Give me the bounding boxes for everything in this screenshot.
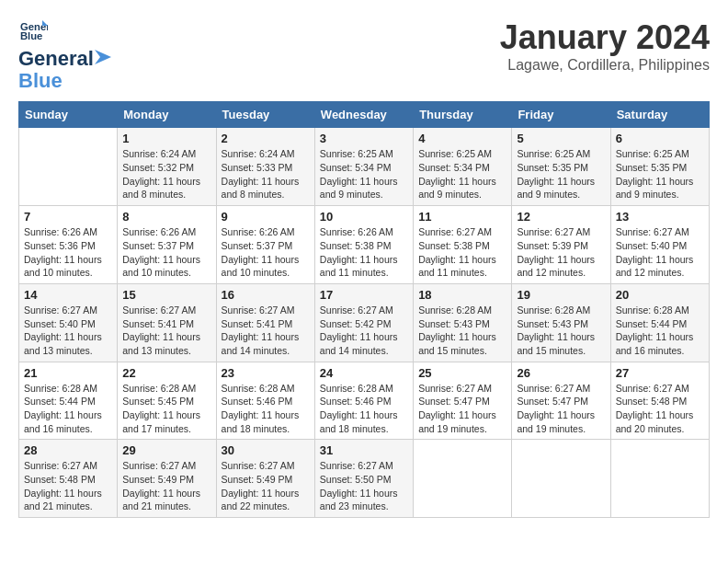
calendar-cell [610, 440, 709, 518]
daylight-text: Daylight: 11 hours and 22 minutes. [222, 487, 310, 513]
sunrise-text: Sunrise: 6:25 AM [418, 147, 506, 161]
calendar-cell: 20Sunrise: 6:28 AMSunset: 5:44 PMDayligh… [610, 283, 709, 362]
day-number: 27 [616, 366, 704, 380]
sunset-text: Sunset: 5:35 PM [517, 161, 605, 175]
day-info: Sunrise: 6:27 AMSunset: 5:47 PMDaylight:… [517, 382, 605, 436]
daylight-text: Daylight: 11 hours and 10 minutes. [222, 253, 310, 280]
sunrise-text: Sunrise: 6:27 AM [24, 459, 112, 473]
calendar-week-row: 1Sunrise: 6:24 AMSunset: 5:32 PMDaylight… [19, 128, 710, 206]
day-info: Sunrise: 6:28 AMSunset: 5:44 PMDaylight:… [24, 382, 112, 436]
sunset-text: Sunset: 5:41 PM [122, 317, 210, 331]
calendar-week-row: 28Sunrise: 6:27 AMSunset: 5:48 PMDayligh… [19, 440, 710, 518]
day-number: 23 [222, 366, 310, 380]
day-info: Sunrise: 6:25 AMSunset: 5:34 PMDaylight:… [418, 147, 506, 201]
calendar-cell: 25Sunrise: 6:27 AMSunset: 5:47 PMDayligh… [414, 362, 512, 440]
daylight-text: Daylight: 11 hours and 11 minutes. [418, 253, 506, 280]
svg-marker-3 [95, 50, 111, 64]
day-number: 29 [122, 443, 210, 457]
sunset-text: Sunset: 5:47 PM [418, 395, 506, 408]
day-number: 10 [320, 210, 408, 224]
sunset-text: Sunset: 5:33 PM [222, 161, 310, 175]
calendar-cell: 31Sunrise: 6:27 AMSunset: 5:50 PMDayligh… [314, 440, 413, 518]
sunset-text: Sunset: 5:43 PM [418, 317, 506, 331]
day-info: Sunrise: 6:28 AMSunset: 5:43 PMDaylight:… [517, 304, 605, 358]
calendar-week-row: 14Sunrise: 6:27 AMSunset: 5:40 PMDayligh… [19, 283, 710, 362]
day-number: 4 [418, 132, 506, 145]
sunrise-text: Sunrise: 6:28 AM [222, 382, 310, 396]
day-number: 24 [320, 366, 408, 380]
sunset-text: Sunset: 5:49 PM [222, 473, 310, 487]
day-info: Sunrise: 6:26 AMSunset: 5:36 PMDaylight:… [24, 225, 112, 280]
day-info: Sunrise: 6:27 AMSunset: 5:39 PMDaylight:… [517, 225, 605, 280]
sunset-text: Sunset: 5:36 PM [24, 239, 112, 253]
day-number: 8 [122, 210, 210, 224]
sunrise-text: Sunrise: 6:25 AM [616, 147, 704, 161]
daylight-text: Daylight: 11 hours and 9 minutes. [616, 175, 704, 201]
sunrise-text: Sunrise: 6:27 AM [418, 382, 506, 396]
sunset-text: Sunset: 5:46 PM [320, 395, 408, 408]
weekday-header-cell: Tuesday [216, 102, 314, 128]
calendar-cell: 4Sunrise: 6:25 AMSunset: 5:34 PMDaylight… [414, 128, 512, 206]
day-number: 14 [24, 288, 112, 302]
calendar-cell: 17Sunrise: 6:27 AMSunset: 5:42 PMDayligh… [314, 283, 413, 362]
day-info: Sunrise: 6:27 AMSunset: 5:49 PMDaylight:… [122, 459, 210, 513]
daylight-text: Daylight: 11 hours and 16 minutes. [24, 408, 112, 435]
day-info: Sunrise: 6:27 AMSunset: 5:48 PMDaylight:… [616, 382, 704, 436]
sunset-text: Sunset: 5:48 PM [616, 395, 704, 408]
logo-arrow-icon [95, 50, 111, 64]
day-info: Sunrise: 6:28 AMSunset: 5:46 PMDaylight:… [222, 382, 310, 436]
sunset-text: Sunset: 5:38 PM [418, 239, 506, 253]
weekday-header-cell: Monday [118, 102, 216, 128]
daylight-text: Daylight: 11 hours and 8 minutes. [222, 175, 310, 201]
weekday-header-cell: Thursday [414, 102, 512, 128]
sunset-text: Sunset: 5:34 PM [418, 161, 506, 175]
sunset-text: Sunset: 5:47 PM [517, 395, 605, 408]
daylight-text: Daylight: 11 hours and 21 minutes. [24, 487, 112, 513]
calendar-cell: 11Sunrise: 6:27 AMSunset: 5:38 PMDayligh… [414, 206, 512, 284]
day-number: 21 [24, 366, 112, 380]
day-number: 20 [616, 288, 704, 302]
weekday-header-cell: Wednesday [314, 102, 413, 128]
calendar-cell [414, 440, 512, 518]
weekday-header-cell: Saturday [610, 102, 709, 128]
calendar-cell: 21Sunrise: 6:28 AMSunset: 5:44 PMDayligh… [19, 362, 118, 440]
day-info: Sunrise: 6:27 AMSunset: 5:47 PMDaylight:… [418, 382, 506, 436]
sunset-text: Sunset: 5:37 PM [122, 239, 210, 253]
day-info: Sunrise: 6:26 AMSunset: 5:37 PMDaylight:… [122, 225, 210, 280]
calendar-cell: 6Sunrise: 6:25 AMSunset: 5:35 PMDaylight… [610, 128, 709, 206]
sunrise-text: Sunrise: 6:27 AM [616, 382, 704, 396]
day-info: Sunrise: 6:24 AMSunset: 5:33 PMDaylight:… [222, 147, 310, 201]
sunrise-text: Sunrise: 6:28 AM [24, 382, 112, 396]
sunrise-text: Sunrise: 6:26 AM [24, 225, 112, 239]
logo-general: General [18, 48, 94, 70]
sunset-text: Sunset: 5:42 PM [320, 317, 408, 331]
calendar-cell: 5Sunrise: 6:25 AMSunset: 5:35 PMDaylight… [512, 128, 610, 206]
day-number: 12 [517, 210, 605, 224]
sunrise-text: Sunrise: 6:26 AM [122, 225, 210, 239]
sunrise-text: Sunrise: 6:26 AM [222, 225, 310, 239]
svg-text:Blue: Blue [20, 30, 42, 41]
sunrise-text: Sunrise: 6:25 AM [517, 147, 605, 161]
daylight-text: Daylight: 11 hours and 13 minutes. [24, 330, 112, 357]
daylight-text: Daylight: 11 hours and 16 minutes. [616, 330, 704, 357]
calendar-cell: 8Sunrise: 6:26 AMSunset: 5:37 PMDaylight… [118, 206, 216, 284]
page-header: General Blue General Blue January 2024 L… [18, 18, 710, 92]
calendar-cell: 29Sunrise: 6:27 AMSunset: 5:49 PMDayligh… [118, 440, 216, 518]
daylight-text: Daylight: 11 hours and 10 minutes. [24, 253, 112, 280]
day-number: 22 [122, 366, 210, 380]
day-info: Sunrise: 6:27 AMSunset: 5:40 PMDaylight:… [616, 225, 704, 280]
day-number: 3 [320, 132, 408, 145]
logo-blue: Blue [18, 70, 111, 92]
calendar-cell: 22Sunrise: 6:28 AMSunset: 5:45 PMDayligh… [118, 362, 216, 440]
weekday-header-cell: Friday [512, 102, 610, 128]
calendar-cell: 30Sunrise: 6:27 AMSunset: 5:49 PMDayligh… [216, 440, 314, 518]
calendar-cell: 15Sunrise: 6:27 AMSunset: 5:41 PMDayligh… [118, 283, 216, 362]
calendar-cell [19, 128, 118, 206]
day-info: Sunrise: 6:27 AMSunset: 5:50 PMDaylight:… [320, 459, 408, 513]
day-number: 17 [320, 288, 408, 302]
day-number: 19 [517, 288, 605, 302]
day-number: 7 [24, 210, 112, 224]
day-info: Sunrise: 6:27 AMSunset: 5:40 PMDaylight:… [24, 304, 112, 358]
day-number: 1 [122, 132, 210, 145]
day-info: Sunrise: 6:27 AMSunset: 5:38 PMDaylight:… [418, 225, 506, 280]
